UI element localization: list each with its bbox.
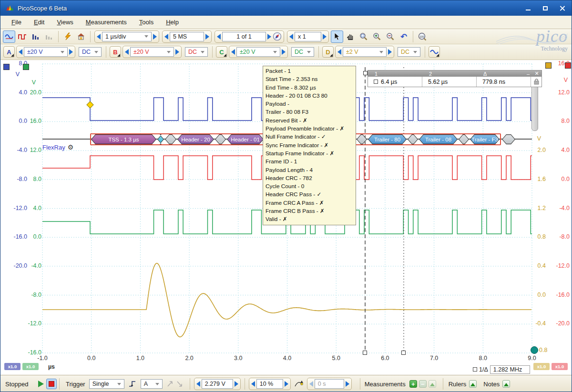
- channel-d-button[interactable]: D: [322, 46, 334, 58]
- trigger-edge-button[interactable]: [127, 379, 138, 389]
- menu-item-edit[interactable]: Edit: [28, 17, 51, 28]
- decode-segment-trailer-80[interactable]: Trailer - 80: [368, 134, 407, 144]
- scope-view-button[interactable]: [3, 30, 15, 43]
- decode-segment-header-20[interactable]: Header - 20: [177, 134, 214, 144]
- flexray-decoder-label[interactable]: FlexRay: [42, 144, 65, 151]
- level-up-arrow[interactable]: [235, 381, 238, 387]
- buffer-navigator-icon[interactable]: [273, 32, 282, 41]
- pointer-tool-button[interactable]: [331, 30, 343, 43]
- menu-item-measurements[interactable]: Measurements: [80, 17, 133, 28]
- buffer-next-arrow[interactable]: [267, 34, 271, 40]
- channel-c-button[interactable]: C: [216, 46, 227, 58]
- range-next-arrow[interactable]: [388, 49, 392, 55]
- zoom-100-button[interactable]: 100: [416, 30, 429, 43]
- holdoff-down-arrow[interactable]: [309, 381, 313, 387]
- inverse-delta-checkbox[interactable]: [473, 367, 477, 372]
- gear-icon[interactable]: ⚙: [68, 143, 74, 151]
- start-button[interactable]: [36, 379, 46, 389]
- holdoff-field[interactable]: 0 s: [315, 379, 344, 389]
- range-prev-arrow[interactable]: [19, 49, 22, 55]
- zoom-next-arrow[interactable]: [323, 34, 327, 40]
- persistence-mode-button[interactable]: [16, 30, 29, 43]
- zoom-badge-channel-b[interactable]: x1.0: [552, 363, 568, 370]
- trigger-level-field[interactable]: 2.279 V: [202, 379, 233, 389]
- level-down-arrow[interactable]: [196, 381, 200, 387]
- range-prev-arrow[interactable]: [125, 49, 129, 55]
- zoom-badge-channel-a[interactable]: x1.0: [4, 363, 20, 370]
- time-ruler-handle-2[interactable]: [401, 351, 406, 355]
- channel-b-axis-square[interactable]: [565, 62, 571, 69]
- channel-a-range-select[interactable]: ±20 V: [24, 47, 68, 57]
- trigger-mode-select[interactable]: Single: [89, 379, 124, 389]
- close-button[interactable]: [557, 4, 568, 12]
- maximize-button[interactable]: [540, 4, 551, 12]
- teal-marker-icon[interactable]: [531, 346, 538, 354]
- timebase-select[interactable]: 1 µs/div: [102, 32, 152, 41]
- menu-item-file[interactable]: File: [5, 17, 28, 28]
- timebase-next-arrow[interactable]: [153, 34, 157, 40]
- channel-b-button[interactable]: B: [110, 46, 121, 58]
- channel-c-range-select[interactable]: ±20 V: [236, 47, 280, 57]
- zoom-window-button[interactable]: [358, 30, 370, 43]
- menu-item-tools[interactable]: Tools: [133, 17, 160, 28]
- zoom-badge-channel-d[interactable]: x1.0: [533, 363, 550, 370]
- time-ruler-handle-1[interactable]: [363, 351, 367, 355]
- channel-c-coupling-select[interactable]: DC: [291, 47, 314, 57]
- rising-edge-icon[interactable]: [166, 380, 174, 388]
- ruler2-top-handle[interactable]: [363, 71, 368, 75]
- channel-d-coupling-select[interactable]: DC: [398, 47, 420, 57]
- holdoff-up-arrow[interactable]: [346, 381, 349, 387]
- trigger-lightning-button[interactable]: [61, 30, 74, 43]
- zoom-in-button[interactable]: [371, 30, 383, 43]
- add-measurement-button[interactable]: +: [409, 380, 417, 388]
- channel-b-range-select[interactable]: ±20 V: [130, 47, 174, 57]
- falling-edge-icon[interactable]: [176, 380, 184, 388]
- notes-button[interactable]: [502, 380, 510, 388]
- ruler-legend-close-button[interactable]: ✕: [532, 70, 541, 77]
- channel-a-axis-square[interactable]: [3, 64, 10, 70]
- range-prev-arrow[interactable]: [231, 49, 235, 55]
- remove-measurement-button[interactable]: −: [419, 380, 427, 388]
- decode-segment-trailer-f3[interactable]: Trailer - F3: [470, 134, 500, 144]
- timebase-prev-arrow[interactable]: [97, 34, 101, 40]
- persistence-spectrum-button[interactable]: [43, 30, 55, 43]
- minimize-button[interactable]: [523, 4, 533, 12]
- post-trigger-marker-icon[interactable]: [294, 380, 304, 388]
- trigger-source-select[interactable]: A: [141, 379, 163, 389]
- buffer-prev-arrow[interactable]: [217, 34, 221, 40]
- channel-d-range-select[interactable]: ±2 V: [343, 47, 387, 57]
- samples-prev-arrow[interactable]: [164, 34, 168, 40]
- zoom-factor-field[interactable]: x 1: [295, 32, 321, 41]
- zoom-prev-arrow[interactable]: [289, 34, 293, 40]
- decode-segment-header-01[interactable]: Header - 01: [227, 134, 264, 144]
- trigger-marker-icon[interactable]: [87, 101, 93, 108]
- range-prev-arrow[interactable]: [337, 49, 341, 55]
- menu-item-help[interactable]: Help: [160, 17, 185, 28]
- pre-trigger-field[interactable]: 10 %: [256, 379, 283, 389]
- buffer-position-field[interactable]: 1 of 1: [222, 32, 266, 41]
- channel-d-axis-square[interactable]: [545, 62, 552, 69]
- ruler-legend-minimize-button[interactable]: –: [524, 71, 532, 77]
- channel-a-button[interactable]: A: [3, 46, 15, 58]
- home-button[interactable]: [75, 30, 87, 43]
- zoom-badge-channel-c[interactable]: x1.0: [22, 363, 39, 370]
- zoom-undo-button[interactable]: ↶: [398, 30, 410, 43]
- decode-segment-tss-1-3-s[interactable]: TSS - 1.3 µs: [91, 134, 156, 144]
- samples-next-arrow[interactable]: [205, 34, 209, 40]
- ruler-legend-checkbox[interactable]: [374, 80, 378, 84]
- channel-a-coupling-select[interactable]: DC: [79, 47, 102, 57]
- edit-measurement-button[interactable]: [429, 380, 436, 388]
- range-next-arrow[interactable]: [282, 49, 286, 55]
- lock-icon[interactable]: [534, 79, 539, 85]
- hand-tool-button[interactable]: [344, 30, 357, 43]
- pretrigger-up-arrow[interactable]: [285, 381, 288, 387]
- stop-button[interactable]: [46, 379, 57, 389]
- menu-item-views[interactable]: Views: [51, 17, 79, 28]
- range-next-arrow[interactable]: [175, 49, 179, 55]
- samples-field[interactable]: 5 MS: [170, 32, 204, 41]
- channel-b-coupling-select[interactable]: DC: [185, 47, 208, 57]
- math-channels-button[interactable]: [429, 46, 440, 58]
- decode-segment-trailer-08[interactable]: Trailer - 08: [419, 134, 458, 144]
- range-next-arrow[interactable]: [69, 49, 73, 55]
- spectrum-mode-button[interactable]: [30, 30, 42, 43]
